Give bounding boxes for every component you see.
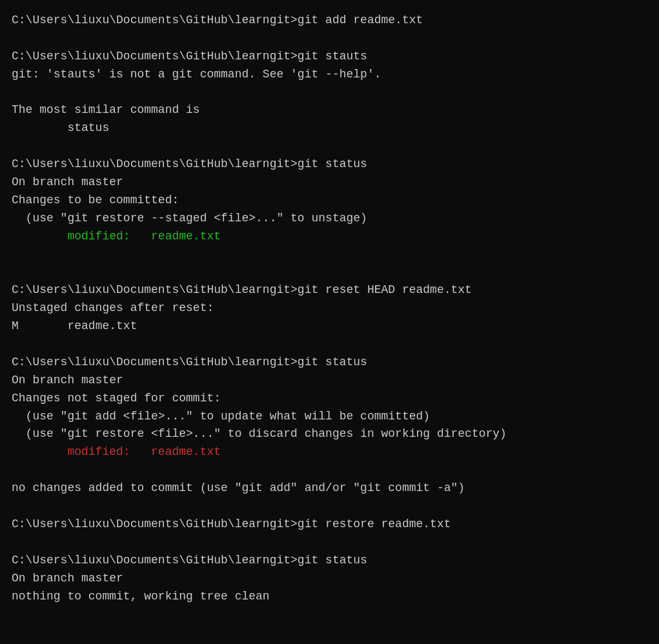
- terminal-line: git: 'stauts' is not a git command. See …: [12, 68, 381, 81]
- terminal-line: status: [12, 121, 109, 134]
- terminal-line: M readme.txt: [12, 319, 137, 332]
- terminal-line: no changes added to commit (use "git add…: [12, 481, 465, 494]
- terminal-line: C:\Users\liuxu\Documents\GitHub\learngit…: [12, 283, 472, 296]
- terminal-line: C:\Users\liuxu\Documents\GitHub\learngit…: [12, 554, 367, 567]
- terminal-line: Unstaged changes after reset:: [12, 301, 214, 314]
- terminal-line: The most similar command is: [12, 103, 200, 116]
- terminal-line: C:\Users\liuxu\Documents\GitHub\learngit…: [12, 356, 367, 368]
- terminal-line: C:\Users\liuxu\Documents\GitHub\learngit…: [12, 157, 367, 170]
- terminal-line: (use "git restore --staged <file>..." to…: [12, 212, 367, 225]
- terminal-line: On branch master: [12, 176, 123, 188]
- terminal-line: modified: readme.txt: [12, 445, 221, 458]
- terminal-line: Changes to be committed:: [12, 194, 179, 206]
- terminal-line: C:\Users\liuxu\Documents\GitHub\learngit…: [12, 14, 423, 26]
- terminal-line: modified: readme.txt: [12, 230, 221, 243]
- terminal-line: C:\Users\liuxu\Documents\GitHub\learngit…: [12, 518, 451, 530]
- terminal-line: (use "git restore <file>..." to discard …: [12, 427, 507, 440]
- terminal-line: C:\Users\liuxu\Documents\GitHub\learngit…: [12, 50, 367, 63]
- terminal-line: On branch master: [12, 572, 123, 585]
- terminal-line: nothing to commit, working tree clean: [12, 590, 270, 603]
- terminal-line: On branch master: [12, 374, 123, 387]
- terminal-line: Changes not staged for commit:: [12, 392, 221, 405]
- terminal-line: (use "git add <file>..." to update what …: [12, 410, 430, 423]
- terminal-output: C:\Users\liuxu\Documents\GitHub\learngit…: [12, 12, 647, 605]
